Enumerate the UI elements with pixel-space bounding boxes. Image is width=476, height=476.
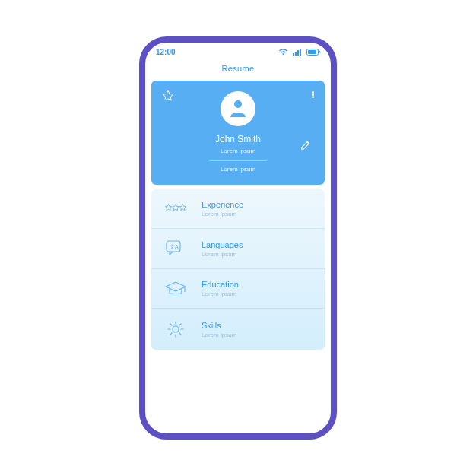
graduation-cap-icon — [163, 281, 188, 297]
section-subtitle: Lorem ipsum — [202, 332, 313, 338]
section-experience[interactable]: Experience Lorem ipsum — [151, 189, 325, 229]
edit-button[interactable] — [300, 140, 311, 154]
status-time: 12:00 — [156, 48, 176, 56]
svg-rect-5 — [308, 50, 316, 54]
status-indicators — [278, 48, 320, 56]
svg-rect-6 — [319, 50, 320, 53]
more-vertical-icon — [312, 91, 314, 98]
status-bar: 12:00 — [145, 43, 331, 61]
section-title: Languages — [202, 240, 313, 249]
svg-rect-1 — [295, 52, 297, 56]
svg-rect-3 — [300, 49, 301, 56]
section-subtitle: Lorem ipsum — [202, 211, 313, 217]
svg-rect-2 — [297, 50, 299, 56]
divider — [209, 160, 267, 161]
avatar[interactable] — [221, 91, 255, 126]
svg-point-7 — [234, 100, 242, 108]
profile-subtitle: Lorem ipsum — [163, 148, 313, 154]
page-title: Resume — [145, 61, 331, 81]
person-icon — [227, 96, 249, 122]
battery-icon — [306, 49, 320, 56]
phone-frame: 12:00 Resume — [139, 36, 337, 440]
profile-card: John Smith Lorem ipsum Lorem ipsum — [151, 81, 325, 185]
translate-icon: 文 A — [163, 240, 188, 258]
section-title: Education — [202, 280, 313, 289]
section-title: Experience — [202, 200, 313, 209]
star-icon — [162, 91, 174, 104]
section-subtitle: Lorem ipsum — [202, 290, 313, 297]
section-subtitle: Lorem ipsum — [202, 251, 313, 258]
svg-text:A: A — [175, 244, 179, 249]
sections-list: Experience Lorem ipsum 文 A Languages Lor… — [151, 189, 325, 350]
pencil-icon — [300, 140, 311, 153]
menu-button[interactable] — [312, 91, 314, 98]
section-education[interactable]: Education Lorem ipsum — [151, 269, 325, 309]
section-skills[interactable]: Skills Lorem ipsum — [151, 309, 325, 350]
stars-icon — [163, 202, 188, 216]
section-title: Skills — [202, 321, 313, 330]
svg-rect-0 — [293, 53, 294, 56]
svg-point-11 — [173, 326, 179, 332]
section-languages[interactable]: 文 A Languages Lorem ipsum — [151, 229, 325, 269]
profile-name: John Smith — [163, 134, 313, 144]
favorite-button[interactable] — [162, 90, 174, 105]
profile-description: Lorem ipsum — [163, 166, 313, 173]
signal-icon — [293, 49, 302, 56]
gear-icon — [163, 319, 188, 339]
svg-text:文: 文 — [170, 244, 175, 249]
wifi-icon — [278, 48, 288, 56]
